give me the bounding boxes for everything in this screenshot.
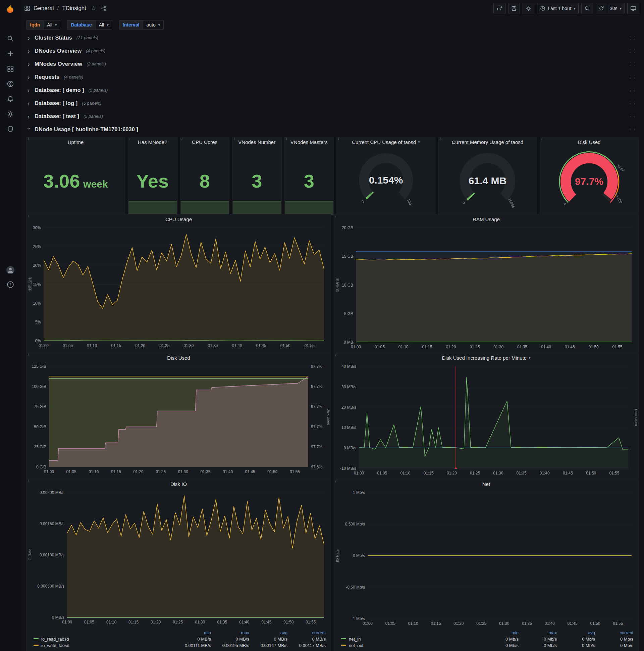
disk-io-chart[interactable]: 0 MB/s0.000500 MB/s0.00100 MB/s0.00150 M…: [27, 489, 329, 629]
explore-compass-icon[interactable]: [0, 76, 21, 91]
svg-text:01:50: 01:50: [590, 621, 600, 626]
svg-text:1 Mb/s: 1 Mb/s: [353, 490, 365, 495]
help-icon[interactable]: ?: [6, 281, 14, 290]
search-icon[interactable]: [0, 31, 21, 46]
panel-title-vnodes-number[interactable]: VNodes Number: [232, 137, 282, 147]
svg-text:97.7%: 97.7%: [311, 364, 322, 369]
svg-text:01:30: 01:30: [178, 469, 188, 474]
drag-handle-icon[interactable]: ⋮⋮: [628, 114, 637, 119]
legend-series-name[interactable]: net_out: [340, 642, 482, 649]
row-requests[interactable]: › Requests(4 panels) ⋮⋮: [26, 71, 639, 83]
dashboard-settings-button[interactable]: [523, 3, 534, 14]
cpu-usage-chart[interactable]: 0%5%10%15%20%25%30%01:0001:0501:1001:150…: [27, 224, 329, 359]
svg-text:使用占比: 使用占比: [335, 278, 340, 292]
top-navbar: General / TDinsight ☆: [21, 0, 644, 17]
dashboard-title[interactable]: TDinsight: [62, 5, 86, 12]
save-dashboard-button[interactable]: [508, 3, 520, 14]
drag-handle-icon[interactable]: ⋮⋮: [628, 127, 637, 132]
drag-handle-icon[interactable]: ⋮⋮: [628, 61, 637, 66]
legend-series-name[interactable]: net_in: [340, 636, 482, 642]
svg-text:01:30: 01:30: [184, 343, 194, 348]
panel-title-current-cpu[interactable]: Current CPU Usage of taosd▾: [337, 137, 435, 147]
disk-used-chart[interactable]: 0 GiB97.6%25 GiB97.7%50 GiB97.7%75 GiB97…: [27, 363, 329, 478]
row-database-log[interactable]: › Database: [ log ](5 panels) ⋮⋮: [26, 98, 639, 109]
panel-title-cpu-usage[interactable]: CPU Usage: [27, 214, 331, 224]
svg-text:01:35: 01:35: [522, 621, 532, 626]
panel-title-vnodes-masters[interactable]: VNodes Masters: [285, 137, 334, 147]
sidebar: ?: [0, 0, 21, 651]
chevron-right-icon: ›: [28, 113, 32, 120]
svg-text:IO Rate: IO Rate: [335, 549, 340, 562]
drag-handle-icon[interactable]: ⋮⋮: [628, 48, 637, 53]
create-plus-icon[interactable]: [0, 46, 21, 61]
row-dnode-usage[interactable]: › DNode Usage [ huolinhe-TM1701:6030 ] ⋮…: [26, 124, 639, 135]
net-chart[interactable]: -1 Mb/s-0.50 Mb/s0 Mb/s0.500 Mb/s1 Mb/s0…: [335, 489, 637, 629]
share-icon[interactable]: [101, 6, 106, 11]
svg-text:0.000500 MB/s: 0.000500 MB/s: [37, 584, 64, 589]
dashboards-grid-icon[interactable]: [0, 61, 21, 76]
panel-title-disk-used-gauge[interactable]: Disk Used: [540, 137, 638, 147]
panel-title-ram-usage[interactable]: RAM Usage: [334, 214, 638, 224]
svg-text:01:45: 01:45: [565, 345, 575, 349]
svg-text:20%: 20%: [33, 263, 41, 268]
alerting-bell-icon[interactable]: [0, 91, 21, 106]
row-dnodes-overview[interactable]: › DNodes Overview(4 panels) ⋮⋮: [26, 45, 639, 56]
legend-series-name[interactable]: io_write_taosd: [32, 642, 174, 649]
panel-info-icon: i: [335, 353, 336, 357]
grafana-logo[interactable]: [0, 0, 21, 18]
drag-handle-icon[interactable]: ⋮⋮: [628, 88, 637, 93]
panel-disk-io: i Disk IO 0 MB/s0.000500 MB/s0.00100 MB/…: [26, 479, 331, 651]
row-cluster-status[interactable]: › Cluster Status(21 panels) ⋮⋮: [26, 32, 639, 43]
time-range-picker[interactable]: Last 1 hour ▾: [537, 3, 579, 14]
drag-handle-icon[interactable]: ⋮⋮: [628, 35, 637, 40]
panel-title-disk-rate[interactable]: Disk Used Increasing Rate per Minute▾: [334, 353, 638, 363]
panel-title-current-memory[interactable]: Current Memory Usage of taosd: [439, 137, 537, 147]
star-icon[interactable]: ☆: [91, 5, 96, 12]
panel-title-has-mnode[interactable]: Has MNode?: [128, 137, 177, 147]
configuration-gear-icon[interactable]: [0, 106, 21, 122]
memory-usage-gauge: 61.4 MB015854: [439, 147, 537, 215]
user-avatar[interactable]: [6, 266, 15, 276]
panel-title-disk-io[interactable]: Disk IO: [27, 479, 331, 489]
panel-info-icon: i: [28, 479, 29, 483]
row-mnodes-overview[interactable]: › MNodes Overview(2 panels) ⋮⋮: [26, 58, 639, 69]
ram-usage-chart[interactable]: 0 MB5 GB10 GB15 GB20 GB01:0001:0501:1001…: [335, 224, 637, 352]
chevron-right-icon: ›: [28, 100, 32, 107]
drag-handle-icon[interactable]: ⋮⋮: [628, 101, 637, 106]
chevron-down-icon: ▾: [55, 23, 57, 27]
disk-rate-chart[interactable]: -10 MB/s0 MB/s10 MB/s20 MB/s30 MB/s40 MB…: [335, 363, 637, 478]
svg-text:01:50: 01:50: [589, 345, 599, 349]
svg-text:Disk Used: Disk Used: [327, 408, 329, 425]
svg-text:01:40: 01:40: [541, 345, 551, 349]
panel-title-net[interactable]: Net: [334, 479, 638, 489]
refresh-button[interactable]: [596, 3, 607, 14]
row-database-test[interactable]: › Database: [ test ](5 panels) ⋮⋮: [26, 111, 639, 122]
chevron-right-icon: ›: [28, 74, 32, 81]
svg-text:01:15: 01:15: [128, 620, 138, 624]
svg-text:01:00: 01:00: [44, 469, 54, 474]
variable-interval-value[interactable]: auto▾: [143, 20, 164, 30]
svg-text:01:50: 01:50: [283, 620, 293, 624]
svg-text:01:15: 01:15: [431, 621, 441, 626]
refresh-interval-picker[interactable]: 30s ▾: [607, 3, 624, 14]
drag-handle-icon[interactable]: ⋮⋮: [628, 74, 637, 80]
panel-title-disk-used[interactable]: Disk Used: [27, 353, 331, 363]
stat-sparkline: [128, 197, 177, 215]
variable-fqdn-value[interactable]: All▾: [43, 20, 60, 30]
panel-info-icon: i: [440, 137, 441, 141]
variable-database: Database All▾: [67, 20, 112, 30]
series-color-swatch-icon: [341, 645, 346, 646]
svg-text:10%: 10%: [33, 301, 41, 306]
variable-database-value[interactable]: All▾: [95, 20, 112, 30]
cycle-view-mode-button[interactable]: [627, 3, 639, 14]
svg-text:30%: 30%: [33, 225, 41, 230]
breadcrumb-folder[interactable]: General: [34, 5, 54, 12]
server-admin-shield-icon[interactable]: [0, 122, 21, 136]
legend-series-name[interactable]: io_read_taosd: [32, 636, 174, 642]
panel-title-cpu-cores[interactable]: CPU Cores: [181, 137, 229, 147]
panel-title-uptime[interactable]: Uptime: [27, 137, 125, 147]
row-database-demo[interactable]: › Database: [ demo ](5 panels) ⋮⋮: [26, 85, 639, 96]
zoom-out-button[interactable]: [581, 3, 593, 14]
add-panel-button[interactable]: [493, 3, 506, 14]
svg-text:01:00: 01:00: [39, 343, 49, 348]
